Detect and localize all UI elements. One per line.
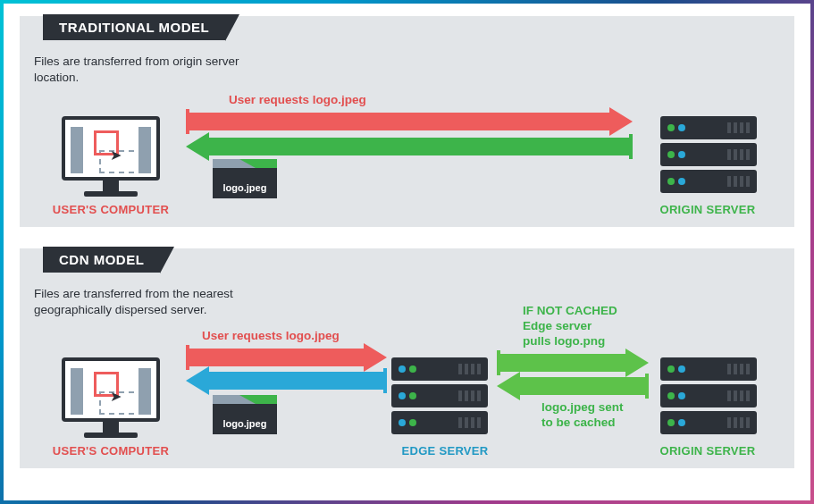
sub-traditional: Files are transferred from origin server… <box>34 54 266 86</box>
label-request: User requests logo.jpeg <box>229 93 366 108</box>
label-request: User requests logo.jpeg <box>202 329 340 344</box>
diagram-frame: TRADITIONAL MODEL Files are transferred … <box>4 4 810 500</box>
monitor-icon: ➤ <box>62 116 160 181</box>
arrow-request <box>186 113 633 130</box>
edge-server-label: EDGE SERVER <box>391 444 499 458</box>
diagram-traditional: ➤ USER'S COMPUTER User requests logo.jpe… <box>34 86 780 220</box>
user-computer: ➤ <box>57 116 164 197</box>
arrow-origin-edge <box>497 377 649 395</box>
origin-server <box>660 357 757 438</box>
edge-server <box>391 357 488 438</box>
file-chip: logo.jpeg <box>213 159 277 198</box>
user-computer-label: USER'S COMPUTER <box>48 203 173 216</box>
arrow-response <box>186 138 633 155</box>
label-not-cached-2: Edge server <box>523 319 592 332</box>
label-not-cached-3: pulls logo.png <box>523 334 605 348</box>
label-return-1: logo.jpeg sent <box>541 400 624 414</box>
origin-server-label: ORIGIN SERVER <box>650 203 766 216</box>
tab-traditional: TRADITIONAL MODEL <box>43 14 225 40</box>
origin-server <box>660 116 757 197</box>
user-computer-label: USER'S COMPUTER <box>48 444 173 458</box>
file-chip: logo.jpeg <box>213 395 277 434</box>
cursor-icon: ➤ <box>110 388 122 405</box>
file-chip-label: logo.jpeg <box>213 418 277 429</box>
sub-cdn: Files are transferred from the nearest g… <box>34 286 302 318</box>
arrow-user-edge <box>186 349 387 366</box>
monitor-icon: ➤ <box>62 357 160 422</box>
diagram-cdn: ➤ USER'S COMPUTER User requests logo.jpe… <box>34 318 780 461</box>
user-computer: ➤ <box>57 357 164 438</box>
file-chip-label: logo.jpeg <box>213 182 277 193</box>
origin-server-label: ORIGIN SERVER <box>650 444 766 458</box>
cursor-icon: ➤ <box>110 147 122 164</box>
label-not-cached-1: IF NOT CACHED <box>523 304 617 317</box>
tab-cdn: CDN MODEL <box>43 247 160 273</box>
panel-traditional: TRADITIONAL MODEL Files are transferred … <box>20 16 794 227</box>
arrow-edge-user <box>186 372 387 390</box>
panel-cdn: CDN MODEL Files are transferred from the… <box>20 248 794 468</box>
arrow-edge-origin <box>497 354 649 372</box>
label-return-2: to be cached <box>541 416 616 429</box>
label-not-cached: IF NOT CACHED Edge server pulls logo.png <box>523 304 617 349</box>
label-return: logo.jpeg sent to be cached <box>541 400 624 431</box>
